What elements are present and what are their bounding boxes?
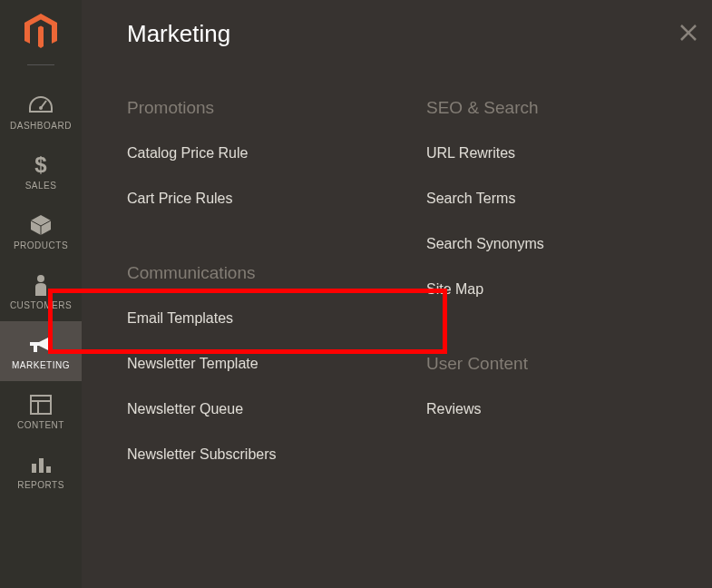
group-user-content: User Content Reviews [426, 354, 712, 446]
group-title: Promotions [127, 98, 426, 118]
panel-column-left: Promotions Catalog Price Rule Cart Price… [127, 98, 426, 519]
group-title: SEO & Search [426, 98, 712, 118]
group-title: Communications [127, 263, 426, 283]
sidebar-item-dashboard[interactable]: DASHBOARD [0, 82, 82, 142]
svg-point-3 [37, 275, 44, 282]
svg-point-1 [39, 106, 43, 110]
link-site-map[interactable]: Site Map [426, 281, 712, 327]
group-communications: Communications Email Templates Newslette… [127, 263, 426, 492]
sidebar-item-label: CONTENT [17, 420, 64, 430]
link-reviews[interactable]: Reviews [426, 401, 712, 446]
panel-title: Marketing [127, 20, 230, 48]
dashboard-icon [28, 93, 54, 117]
sidebar-divider [27, 64, 54, 65]
box-icon [29, 213, 53, 237]
link-catalog-price-rule[interactable]: Catalog Price Rule [127, 145, 426, 191]
link-search-terms[interactable]: Search Terms [426, 191, 712, 236]
group-seo-search: SEO & Search URL Rewrites Search Terms S… [426, 98, 712, 327]
group-promotions: Promotions Catalog Price Rule Cart Price… [127, 98, 426, 236]
link-email-templates[interactable]: Email Templates [127, 310, 426, 356]
svg-rect-8 [39, 458, 44, 473]
admin-sidebar: DASHBOARD $ SALES PRODUCTS CUSTOMERS [0, 0, 82, 588]
sidebar-item-label: SALES [25, 181, 57, 191]
sidebar-item-label: DASHBOARD [10, 121, 72, 131]
panel-body: Promotions Catalog Price Rule Cart Price… [82, 98, 712, 519]
person-icon [33, 273, 49, 297]
svg-text:$: $ [34, 153, 47, 177]
sidebar-item-label: REPORTS [17, 480, 64, 490]
link-newsletter-subscribers[interactable]: Newsletter Subscribers [127, 446, 426, 492]
highlighted-link-wrap: Email Templates [127, 310, 426, 356]
link-search-synonyms[interactable]: Search Synonyms [426, 236, 712, 281]
link-url-rewrites[interactable]: URL Rewrites [426, 145, 712, 191]
panel-header: Marketing [82, 20, 712, 48]
dollar-icon: $ [33, 153, 49, 177]
link-newsletter-queue[interactable]: Newsletter Queue [127, 401, 426, 446]
close-icon [678, 23, 698, 43]
panel-column-right: SEO & Search URL Rewrites Search Terms S… [426, 98, 712, 519]
svg-rect-4 [31, 396, 51, 414]
group-title: User Content [426, 354, 712, 374]
svg-rect-7 [32, 464, 36, 473]
link-cart-price-rules[interactable]: Cart Price Rules [127, 191, 426, 236]
layout-icon [30, 393, 52, 416]
megaphone-icon [28, 333, 54, 357]
sidebar-item-label: CUSTOMERS [10, 300, 72, 310]
sidebar-item-reports[interactable]: REPORTS [0, 441, 82, 501]
close-button[interactable] [678, 23, 698, 46]
bar-chart-icon [30, 453, 52, 476]
sidebar-item-content[interactable]: CONTENT [0, 381, 82, 441]
sidebar-item-sales[interactable]: $ SALES [0, 142, 82, 201]
marketing-flyout-panel: Marketing Promotions Catalog Price Rule … [82, 0, 712, 588]
sidebar-item-label: MARKETING [12, 360, 70, 370]
sidebar-item-label: PRODUCTS [14, 240, 68, 250]
sidebar-item-marketing[interactable]: MARKETING [0, 321, 82, 381]
sidebar-item-customers[interactable]: CUSTOMERS [0, 261, 82, 321]
svg-rect-9 [46, 466, 51, 473]
link-newsletter-template[interactable]: Newsletter Template [127, 356, 426, 401]
magento-logo-icon[interactable] [24, 14, 57, 54]
sidebar-item-products[interactable]: PRODUCTS [0, 201, 82, 261]
